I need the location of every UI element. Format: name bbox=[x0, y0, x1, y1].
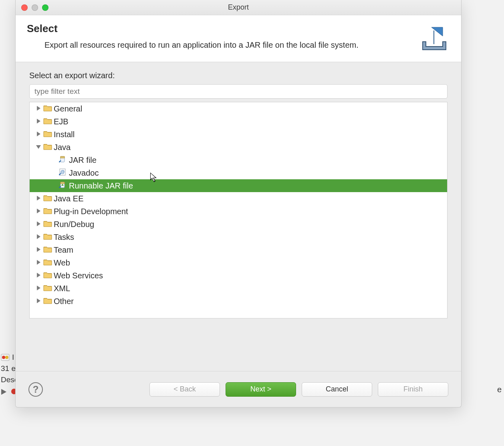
tree-item[interactable]: @Javadoc bbox=[30, 166, 447, 179]
tree-folder[interactable]: Tasks bbox=[30, 231, 447, 243]
wizard-tree[interactable]: GeneralEJBInstallJavaJAR file@JavadocRun… bbox=[29, 102, 448, 318]
tree-folder-label: Plug-in Development bbox=[54, 205, 128, 218]
wizard-header: Select Export all resources required to … bbox=[16, 15, 461, 62]
chevron-right-icon[interactable] bbox=[35, 130, 43, 139]
next-button[interactable]: Next > bbox=[226, 382, 296, 397]
close-window-button[interactable] bbox=[21, 4, 28, 11]
tree-item-label: Javadoc bbox=[69, 166, 99, 179]
export-dialog: Export Select Export all resources requi… bbox=[15, 0, 462, 407]
folder-icon bbox=[43, 297, 54, 306]
svg-marker-6 bbox=[37, 132, 40, 136]
tree-folder[interactable]: Web bbox=[30, 256, 447, 269]
svg-marker-26 bbox=[37, 298, 40, 303]
folder-icon bbox=[43, 194, 54, 203]
chevron-right-icon[interactable] bbox=[35, 245, 43, 255]
folder-icon bbox=[43, 143, 54, 152]
tree-folder[interactable]: Java EE bbox=[30, 192, 447, 205]
tree-item[interactable]: Runnable JAR file bbox=[30, 179, 447, 192]
chevron-right-icon[interactable] bbox=[35, 233, 43, 242]
tree-item[interactable]: JAR file bbox=[30, 154, 447, 166]
background-right-edge: e bbox=[497, 385, 502, 394]
titlebar: Export bbox=[16, 0, 461, 15]
tree-folder-label: EJB bbox=[54, 115, 69, 128]
tree-item-label: JAR file bbox=[69, 154, 97, 166]
tree-folder[interactable]: Java bbox=[30, 141, 447, 154]
wizard-body: Select an export wizard: GeneralEJBInsta… bbox=[16, 62, 461, 371]
tree-folder[interactable]: General bbox=[30, 102, 447, 115]
svg-marker-25 bbox=[37, 286, 40, 290]
svg-marker-20 bbox=[37, 221, 40, 226]
tree-folder-label: Tasks bbox=[54, 231, 74, 243]
tree-folder-label: General bbox=[54, 102, 82, 115]
folder-icon bbox=[43, 233, 54, 242]
folder-icon bbox=[43, 284, 54, 293]
svg-marker-23 bbox=[37, 260, 40, 265]
folder-icon bbox=[43, 271, 54, 280]
tree-folder[interactable]: Run/Debug bbox=[30, 218, 447, 231]
chevron-right-icon[interactable] bbox=[35, 117, 43, 126]
folder-icon bbox=[43, 245, 54, 255]
minimize-window-button bbox=[32, 4, 38, 11]
wizard-footer: ? < Back Next > Cancel Finish bbox=[16, 371, 461, 407]
javadoc-icon: @ bbox=[58, 168, 69, 178]
svg-marker-21 bbox=[37, 234, 40, 239]
page-description: Export all resources required to run an … bbox=[44, 41, 359, 50]
window-title: Export bbox=[228, 3, 249, 12]
problems-view-icon bbox=[1, 353, 10, 361]
help-button[interactable]: ? bbox=[28, 382, 43, 397]
back-button: < Back bbox=[149, 382, 220, 397]
chevron-right-icon[interactable] bbox=[35, 207, 43, 216]
chevron-right-icon[interactable] bbox=[35, 271, 43, 280]
folder-icon bbox=[43, 207, 54, 216]
tree-folder-label: Team bbox=[54, 243, 73, 256]
tree-prompt-label: Select an export wizard: bbox=[29, 71, 448, 80]
svg-marker-5 bbox=[37, 119, 40, 124]
tree-folder[interactable]: Team bbox=[30, 243, 447, 256]
tree-folder[interactable]: Plug-in Development bbox=[30, 205, 447, 218]
svg-marker-18 bbox=[37, 196, 40, 201]
tree-folder-label: Other bbox=[54, 295, 74, 308]
chevron-right-icon[interactable] bbox=[35, 258, 43, 268]
tree-folder[interactable]: Other bbox=[30, 295, 447, 308]
tree-folder[interactable]: EJB bbox=[30, 115, 447, 128]
folder-icon bbox=[43, 130, 54, 139]
chevron-right-icon[interactable] bbox=[35, 284, 43, 293]
svg-point-2 bbox=[5, 356, 8, 359]
cancel-button[interactable]: Cancel bbox=[302, 382, 372, 397]
tree-folder[interactable]: Install bbox=[30, 128, 447, 141]
tree-folder-label: Java bbox=[54, 141, 71, 154]
export-wizard-icon bbox=[420, 26, 448, 52]
svg-point-1 bbox=[2, 356, 5, 359]
tree-folder-label: Java EE bbox=[54, 192, 83, 205]
page-title: Select bbox=[27, 22, 359, 35]
window-controls bbox=[21, 4, 48, 11]
background-label-0: I bbox=[12, 353, 14, 362]
svg-marker-7 bbox=[36, 145, 41, 149]
tree-folder[interactable]: XML bbox=[30, 282, 447, 295]
tree-folder-label: Web bbox=[54, 256, 70, 269]
runjar-icon bbox=[58, 181, 69, 191]
svg-marker-19 bbox=[37, 209, 40, 213]
chevron-right-icon[interactable] bbox=[35, 297, 43, 306]
tree-folder[interactable]: Web Services bbox=[30, 269, 447, 282]
chevron-right-icon[interactable] bbox=[35, 220, 43, 229]
svg-marker-4 bbox=[37, 106, 40, 111]
filter-input[interactable] bbox=[29, 84, 448, 99]
tree-folder-label: Run/Debug bbox=[54, 218, 94, 231]
svg-rect-9 bbox=[60, 156, 65, 158]
jar-icon bbox=[58, 155, 69, 165]
folder-icon bbox=[43, 104, 54, 114]
finish-button: Finish bbox=[378, 382, 448, 397]
chevron-right-icon[interactable] bbox=[35, 194, 43, 203]
chevron-down-icon[interactable] bbox=[35, 143, 43, 152]
chevron-right-icon: ▶ bbox=[1, 387, 7, 396]
tree-folder-label: XML bbox=[54, 282, 70, 295]
svg-rect-15 bbox=[60, 182, 65, 184]
folder-icon bbox=[43, 117, 54, 126]
svg-marker-24 bbox=[37, 273, 40, 278]
fullscreen-window-button[interactable] bbox=[42, 4, 48, 11]
tree-item-label: Runnable JAR file bbox=[69, 179, 133, 192]
chevron-right-icon[interactable] bbox=[35, 104, 43, 114]
svg-marker-22 bbox=[37, 247, 40, 252]
folder-icon bbox=[43, 258, 54, 268]
